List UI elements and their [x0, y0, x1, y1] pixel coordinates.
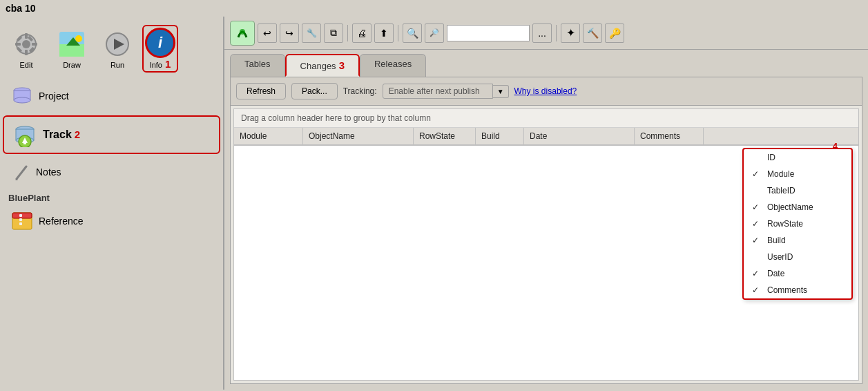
- track-icon: [12, 122, 37, 147]
- toolbar-search-input[interactable]: [447, 25, 530, 41]
- toolbar: ↩ ↪ 🔧 ⧉ 🖨 ⬆ 🔍 🔎 ... ✦ 🔨 🔑: [224, 17, 868, 50]
- menu-item-tableid[interactable]: TableID: [744, 182, 851, 199]
- sidebar-run-label: Run: [110, 61, 124, 69]
- th-rowstate[interactable]: RowState: [414, 128, 476, 144]
- th-module[interactable]: Module: [234, 128, 303, 144]
- tab-releases[interactable]: Releases: [360, 54, 426, 77]
- undo-button[interactable]: ↩: [258, 23, 277, 43]
- toolbar-sep3: [556, 25, 557, 41]
- menu-item-comments[interactable]: ✓ Comments: [744, 282, 851, 298]
- svg-point-32: [240, 29, 245, 35]
- context-menu-step: 4: [833, 141, 838, 151]
- sidebar-item-track[interactable]: Track2: [3, 115, 220, 154]
- svg-rect-24: [23, 140, 26, 144]
- sidebar-item-edit[interactable]: Edit: [6, 29, 47, 69]
- gear-icon: [14, 32, 39, 57]
- table-area: Drag a column header here to group by th…: [233, 108, 859, 381]
- tracking-label: Tracking:: [343, 86, 377, 96]
- th-objectname[interactable]: ObjectName: [303, 128, 414, 144]
- sidebar-item-run[interactable]: Run: [97, 29, 138, 69]
- tool7-button[interactable]: 🔨: [583, 23, 602, 43]
- notes-pencil-icon: [11, 162, 30, 182]
- sidebar: Edit Draw: [0, 17, 224, 390]
- why-disabled-link[interactable]: Why is disabled?: [514, 86, 577, 96]
- tracking-dropdown[interactable]: Enable after next publish ▼: [383, 84, 509, 99]
- app-title: cba 10: [6, 3, 36, 14]
- sidebar-item-project[interactable]: Project: [3, 79, 220, 113]
- svg-rect-2: [25, 33, 28, 39]
- run-icon-box: [102, 29, 133, 59]
- sidebar-item-reference[interactable]: Reference: [3, 206, 220, 236]
- content-area: ↩ ↪ 🔧 ⧉ 🖨 ⬆ 🔍 🔎 ... ✦ 🔨 🔑 Tables Changes…: [224, 17, 868, 390]
- sidebar-edit-label: Edit: [20, 61, 33, 69]
- redo-button[interactable]: ↪: [280, 23, 299, 43]
- tab-changes[interactable]: Changes3: [285, 54, 360, 77]
- tracking-select-value[interactable]: Enable after next publish: [383, 84, 493, 99]
- upload-button[interactable]: ⬆: [374, 23, 394, 43]
- table-header: Module ObjectName RowState Build Date Co…: [234, 128, 858, 146]
- svg-rect-3: [25, 50, 28, 55]
- menu-item-userid[interactable]: UserID: [744, 249, 851, 265]
- sidebar-notes-label: Notes: [36, 166, 61, 178]
- info-icon: i: [145, 28, 175, 58]
- zoom-button[interactable]: 🔎: [425, 23, 444, 43]
- draw-icon-box: [57, 29, 87, 59]
- check-id: [752, 153, 762, 162]
- check-build: ✓: [752, 236, 762, 245]
- svg-rect-11: [59, 44, 84, 57]
- more-button[interactable]: ...: [532, 23, 552, 43]
- pack-button[interactable]: Pack...: [291, 83, 338, 99]
- sidebar-item-draw[interactable]: Draw: [51, 29, 93, 69]
- svg-rect-29: [19, 214, 22, 217]
- sidebar-reference-label: Reference: [39, 216, 84, 227]
- play-icon: [105, 32, 130, 57]
- th-build[interactable]: Build: [476, 128, 524, 144]
- reference-zip-icon: [11, 211, 33, 231]
- check-comments: ✓: [752, 285, 762, 295]
- sidebar-draw-label: Draw: [63, 61, 81, 69]
- menu-item-module[interactable]: ✓ Module: [744, 166, 851, 182]
- svg-point-18: [14, 97, 30, 103]
- svg-rect-31: [19, 222, 22, 225]
- copy-button[interactable]: ⧉: [324, 23, 343, 43]
- th-comments[interactable]: Comments: [635, 128, 704, 144]
- svg-rect-4: [15, 43, 21, 46]
- check-rowstate: ✓: [752, 219, 762, 229]
- tab-tables[interactable]: Tables: [230, 54, 285, 77]
- toolbar-sep1: [347, 25, 348, 41]
- svg-point-13: [75, 35, 82, 42]
- svg-rect-5: [32, 43, 37, 46]
- tool3-button[interactable]: 🔧: [302, 23, 321, 43]
- svg-line-25: [17, 166, 26, 179]
- sidebar-item-notes[interactable]: Notes: [3, 157, 220, 187]
- menu-item-date[interactable]: ✓ Date: [744, 265, 851, 282]
- print-button[interactable]: 🖨: [352, 23, 372, 43]
- menu-item-rowstate[interactable]: ✓ RowState: [744, 216, 851, 232]
- check-tableid: [752, 186, 762, 196]
- check-module: ✓: [752, 169, 762, 179]
- star-button[interactable]: ✦: [561, 23, 580, 43]
- sidebar-track-label: Track2: [43, 128, 80, 141]
- logo-icon: [233, 23, 252, 43]
- tabs-bar: Tables Changes3 Releases: [224, 50, 868, 77]
- menu-item-objectname[interactable]: ✓ ObjectName: [744, 199, 851, 216]
- search-button[interactable]: 🔍: [403, 23, 422, 43]
- refresh-button[interactable]: Refresh: [236, 83, 286, 99]
- project-db-icon: [11, 85, 33, 107]
- sidebar-item-info[interactable]: i Info1: [142, 25, 178, 73]
- tracking-arrow-button[interactable]: ▼: [493, 85, 509, 98]
- drag-hint: Drag a column header here to group by th…: [234, 109, 858, 128]
- menu-item-build[interactable]: ✓ Build: [744, 232, 851, 249]
- check-objectname: ✓: [752, 202, 762, 212]
- svg-rect-30: [19, 218, 22, 221]
- main-panel: Refresh Pack... Tracking: Enable after n…: [230, 77, 862, 384]
- toolbar-sep2: [398, 25, 398, 41]
- sidebar-top-icons: Edit Draw: [3, 19, 220, 78]
- th-date[interactable]: Date: [524, 128, 635, 144]
- check-userid: [752, 252, 762, 262]
- edit-icon-box: [11, 29, 41, 59]
- action-bar: Refresh Pack... Tracking: Enable after n…: [231, 77, 862, 106]
- context-menu: 4 ID ✓ Module TableID ✓: [742, 148, 853, 300]
- tool8-button[interactable]: 🔑: [605, 23, 624, 43]
- menu-item-id[interactable]: ID: [744, 149, 851, 166]
